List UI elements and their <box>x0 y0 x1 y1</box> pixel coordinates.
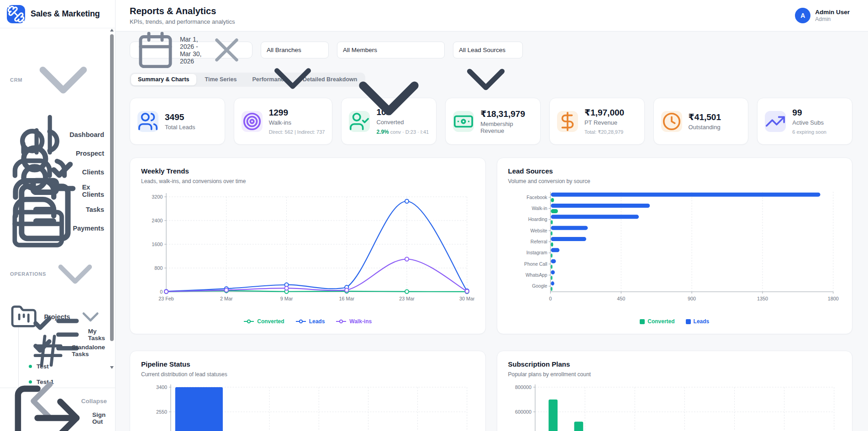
user-menu[interactable]: A Admin User Admin <box>795 8 850 23</box>
user-name: Admin User <box>815 9 850 16</box>
svg-text:Referral: Referral <box>530 239 547 244</box>
svg-text:16 Mar: 16 Mar <box>339 296 354 301</box>
legend-item: Leads <box>295 318 325 325</box>
tab-detailed-breakdown[interactable]: Detailed Breakdown <box>296 74 364 85</box>
page-heading: Reports & Analytics KPIs, trends, and pe… <box>130 6 235 25</box>
weekly-trends-card: Weekly Trends Leads, walk-ins, and conve… <box>130 158 486 334</box>
banknote-icon <box>453 111 474 132</box>
brand: Sales & Marketing <box>0 0 115 28</box>
svg-text:3200: 3200 <box>152 194 163 200</box>
pipeline-status-chart: 0850170025503400 <box>141 384 474 431</box>
tab-performance[interactable]: Performance <box>246 74 294 85</box>
subscription-plans-chart: 0200000400000600000800000 <box>508 384 842 431</box>
tab-summary-charts[interactable]: Summary & Charts <box>131 74 196 85</box>
brand-title: Sales & Marketing <box>31 9 100 19</box>
svg-text:9 Mar: 9 Mar <box>280 296 293 301</box>
branches-select[interactable]: All Branches <box>261 42 328 58</box>
svg-text:23 Feb: 23 Feb <box>158 296 174 301</box>
kpi-label: Membership Revenue <box>480 121 533 134</box>
sidebar-scrollbar-thumb[interactable] <box>110 34 114 341</box>
lead-sources-legend: ConvertedLeads <box>508 318 842 325</box>
kpi-value: ₹18,31,979 <box>480 109 533 119</box>
avatar: A <box>795 8 810 23</box>
svg-text:600000: 600000 <box>515 409 531 415</box>
scroll-up-arrow-icon[interactable] <box>110 29 114 32</box>
svg-text:Instagram: Instagram <box>526 250 547 255</box>
svg-text:1800: 1800 <box>827 296 838 301</box>
kpi-value: ₹41,501 <box>689 112 721 122</box>
content: Mar 1, 2026 - Mar 30, 2026 All Branches … <box>116 32 868 431</box>
calendar-icon <box>136 32 175 70</box>
section-crm-label: CRM <box>10 77 22 83</box>
chart-title: Pipeline Status <box>141 360 474 368</box>
svg-text:0: 0 <box>160 289 163 294</box>
svg-text:2550: 2550 <box>156 409 167 415</box>
sidebar-scrollbar[interactable] <box>110 29 115 369</box>
kpi-label: Converted <box>376 119 429 126</box>
sidebar-item-payments[interactable]: Payments <box>5 219 110 238</box>
log-out-icon <box>8 379 86 431</box>
section-operations-label: OPERATIONS <box>10 271 46 277</box>
scroll-down-arrow-icon[interactable] <box>110 366 114 369</box>
svg-text:30 Mar: 30 Mar <box>459 296 474 301</box>
sidebar-nav: CRM Dashboard Prospect Clients Ex Client… <box>0 28 115 388</box>
chart-title: Weekly Trends <box>141 167 474 175</box>
sidebar-item-label: Clients <box>82 168 104 176</box>
svg-text:Hoarding: Hoarding <box>528 217 547 222</box>
chart-subtitle: Current distribution of lead statuses <box>141 371 474 378</box>
svg-text:Phone Call: Phone Call <box>524 262 547 267</box>
members-select-wrap: All Members <box>337 42 445 58</box>
clear-date-icon[interactable] <box>207 32 247 70</box>
subscription-plans-card: Subscription Plans Popular plans by enro… <box>497 351 853 431</box>
svg-text:0: 0 <box>549 296 552 301</box>
legend-item: Converted <box>640 318 674 325</box>
kpi-sub: 6 expiring soon <box>792 129 826 135</box>
page-title: Reports & Analytics <box>130 6 235 16</box>
sign-out-label: Sign Out <box>92 411 107 425</box>
filters-bar: Mar 1, 2026 - Mar 30, 2026 All Branches … <box>130 42 852 58</box>
kpi-value: 1299 <box>269 108 325 118</box>
svg-text:800000: 800000 <box>515 384 531 390</box>
svg-text:2400: 2400 <box>152 218 163 223</box>
svg-text:1350: 1350 <box>757 296 768 301</box>
chevron-down-icon <box>46 245 104 303</box>
user-check-icon <box>349 111 370 132</box>
tab-time-series[interactable]: Time Series <box>198 74 244 85</box>
svg-text:450: 450 <box>617 296 625 301</box>
trending-up-icon <box>765 111 786 132</box>
weekly-trends-chart: 23 Feb2 Mar9 Mar16 Mar23 Mar30 Mar080016… <box>141 190 474 315</box>
charts-row: Weekly Trends Leads, walk-ins, and conve… <box>130 158 852 334</box>
chart-subtitle: Volume and conversion by source <box>508 178 842 184</box>
chart-title: Subscription Plans <box>508 360 842 368</box>
kpi-pt-revenue: ₹1,97,000 PT Revenue Total: ₹20,28,979 <box>549 98 645 145</box>
users-icon <box>137 111 158 132</box>
branches-select-wrap: All Branches <box>261 42 329 58</box>
lead-sources-select[interactable]: All Lead Sources <box>453 42 522 58</box>
kpi-membership-revenue: ₹18,31,979 Membership Revenue <box>445 98 541 145</box>
topbar: Reports & Analytics KPIs, trends, and pe… <box>116 0 868 32</box>
kpi-sub: 2.9% conv · D:23 · I:41 <box>376 129 429 135</box>
date-range-picker[interactable]: Mar 1, 2026 - Mar 30, 2026 <box>130 42 253 58</box>
sidebar-subitem-standalone-tasks[interactable]: Standalone Tasks <box>19 342 110 358</box>
kpi-label: Walk-ins <box>269 119 325 126</box>
sidebar-footer: Collapse Sign Out <box>0 388 115 431</box>
pipeline-status-card: Pipeline Status Current distribution of … <box>130 351 486 431</box>
kpi-row: 3495 Total Leads 1299 Walk-ins Direct: 5… <box>130 98 852 145</box>
dumbbell-logo-icon <box>7 5 25 23</box>
user-role: Admin <box>815 16 850 22</box>
svg-text:1600: 1600 <box>152 242 163 247</box>
svg-text:3400: 3400 <box>156 384 167 390</box>
svg-text:Google: Google <box>532 284 547 289</box>
dollar-icon <box>557 111 578 132</box>
main-area: Reports & Analytics KPIs, trends, and pe… <box>116 0 868 431</box>
kpi-active-subs: 99 Active Subs 6 expiring soon <box>757 98 852 145</box>
page-subtitle: KPIs, trends, and performance analytics <box>130 18 235 25</box>
lead-sources-card: Lead Sources Volume and conversion by so… <box>497 158 853 334</box>
sidebar-item-label: My Tasks <box>88 328 105 342</box>
sign-out-button[interactable]: Sign Out <box>6 410 109 426</box>
lead-sources-chart: 045090013501800FacebookWalk-inHoardingWe… <box>508 190 842 315</box>
svg-text:900: 900 <box>688 296 696 301</box>
members-select[interactable]: All Members <box>337 42 444 58</box>
kpi-value: 101 <box>376 107 429 117</box>
kpi-label: Active Subs <box>792 119 826 126</box>
